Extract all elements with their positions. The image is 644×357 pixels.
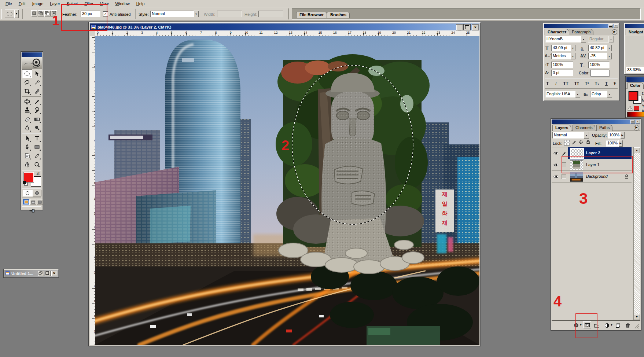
swap-colors-icon[interactable]: ⇄ xyxy=(36,171,40,176)
minimized-title-bar[interactable]: Untitled-1... × xyxy=(4,270,58,277)
ruler-origin-box[interactable] xyxy=(90,30,95,36)
palette-close-button[interactable]: × xyxy=(636,120,640,124)
quick-mask-mode-button[interactable] xyxy=(32,190,41,196)
tab-character[interactable]: Character xyxy=(545,29,569,35)
notes-tool[interactable] xyxy=(22,151,32,160)
palette-close-button[interactable]: × xyxy=(614,24,618,28)
language-select[interactable]: English: USA xyxy=(545,91,578,97)
height-input[interactable] xyxy=(258,11,283,17)
hand-tool[interactable] xyxy=(22,160,32,169)
anti-alias-arrow[interactable]: ▼ xyxy=(607,91,612,97)
selection-mode-add-button[interactable] xyxy=(38,10,44,16)
visibility-toggle[interactable] xyxy=(552,159,560,170)
tab-paths[interactable]: Paths xyxy=(596,125,612,131)
navigator-zoom-value[interactable]: 33.33% xyxy=(626,67,644,73)
tab-navigator[interactable]: Navigat xyxy=(626,29,644,35)
blend-mode-select[interactable]: Normal xyxy=(552,132,587,139)
style-select-arrow[interactable]: ▼ xyxy=(194,11,199,17)
character-palette-title-bar[interactable]: ▬ × xyxy=(544,24,618,28)
menu-layer[interactable]: Layer xyxy=(47,1,63,7)
menu-help[interactable]: Help xyxy=(133,1,148,7)
tab-channels[interactable]: Channels xyxy=(573,125,595,131)
path-selection-tool[interactable] xyxy=(22,134,32,143)
eraser-tool[interactable] xyxy=(22,115,32,124)
scroll-down-button[interactable]: ▼ xyxy=(634,314,640,320)
font-style-select[interactable]: Regular xyxy=(588,36,611,43)
menu-image[interactable]: Image xyxy=(29,1,47,7)
magic-wand-tool[interactable] xyxy=(32,78,42,87)
elliptical-marquee-tool[interactable] xyxy=(22,69,32,78)
fill-slider-arrow[interactable]: ▶ xyxy=(618,140,623,147)
file-browser-tab[interactable]: File Browser xyxy=(296,12,327,18)
font-style-arrow[interactable]: ▼ xyxy=(608,36,614,43)
font-family-arrow[interactable]: ▼ xyxy=(581,36,586,43)
blend-mode-arrow[interactable]: ▼ xyxy=(584,132,589,139)
restore-button[interactable] xyxy=(38,271,44,276)
document-minimize-button[interactable]: ▁ xyxy=(456,24,463,30)
type-tool[interactable] xyxy=(32,134,42,143)
navigator-title-bar[interactable] xyxy=(625,24,644,28)
leading-arrow[interactable]: ▼ xyxy=(607,45,612,51)
subscript-button[interactable]: T₁ xyxy=(595,81,599,86)
lock-position-button[interactable] xyxy=(578,140,584,145)
zoom-tool[interactable] xyxy=(32,160,42,169)
lock-all-button[interactable] xyxy=(585,139,590,144)
palette-minimize-button[interactable]: ▬ xyxy=(608,24,613,28)
all-caps-button[interactable]: TT xyxy=(563,81,568,86)
blur-tool[interactable] xyxy=(22,124,32,132)
type-color-swatch[interactable] xyxy=(590,70,609,76)
baseline-shift-input[interactable]: 0 pt xyxy=(551,70,573,76)
toolbox-title-bar[interactable] xyxy=(22,52,42,57)
fullscreen-mode-button[interactable] xyxy=(37,199,43,205)
document-close-button[interactable]: × xyxy=(472,24,479,30)
kerning-select[interactable]: Metrics xyxy=(551,53,573,59)
horizontal-scale-input[interactable]: 100% xyxy=(588,62,610,68)
bold-button[interactable]: T xyxy=(546,81,549,86)
healing-brush-tool[interactable] xyxy=(22,97,32,106)
visibility-toggle[interactable] xyxy=(552,147,560,159)
font-size-select[interactable]: 43.09 pt xyxy=(551,45,573,51)
shape-tool[interactable] xyxy=(32,143,42,151)
width-input[interactable] xyxy=(217,11,242,17)
kerning-arrow[interactable]: ▼ xyxy=(570,53,575,59)
selection-mode-subtract-button[interactable] xyxy=(44,10,51,16)
menu-edit[interactable]: Edit xyxy=(15,1,29,7)
font-size-arrow[interactable]: ▼ xyxy=(570,45,575,51)
tab-paragraph[interactable]: Paragraph xyxy=(569,29,593,35)
jump-to-imageready-button[interactable] xyxy=(24,207,40,214)
color-ramp[interactable] xyxy=(627,112,644,117)
lock-paint-button[interactable] xyxy=(571,140,577,145)
opacity-slider-arrow[interactable]: ▶ xyxy=(620,132,625,139)
standard-mode-button[interactable] xyxy=(23,190,32,196)
tab-color[interactable]: Color xyxy=(627,82,644,89)
strikethrough-button[interactable]: Ŧ xyxy=(614,81,616,86)
options-bar-grip[interactable] xyxy=(1,9,3,19)
tool-preset-dropdown-arrow[interactable]: ▼ xyxy=(14,10,19,18)
crop-tool[interactable] xyxy=(22,87,32,96)
layers-scrollbar[interactable]: ▲ ▼ xyxy=(633,147,640,320)
palette-menu-button[interactable]: ▶ xyxy=(634,125,639,130)
navigator-preview[interactable] xyxy=(626,36,644,65)
standard-screen-mode-button[interactable] xyxy=(23,199,30,205)
clone-stamp-tool[interactable] xyxy=(22,106,32,115)
fullscreen-menubar-mode-button[interactable] xyxy=(30,199,36,205)
history-brush-tool[interactable] xyxy=(32,106,42,115)
warning-gamut-icon[interactable] xyxy=(627,105,633,111)
canvas-area[interactable]: 제일화재 xyxy=(95,36,479,345)
document-title-bar[interactable]: pla04048.jpg @ 33.3% (Layer 2, CMYK) xyxy=(90,23,479,30)
visibility-toggle[interactable] xyxy=(552,171,560,182)
document-maximize-button[interactable] xyxy=(463,24,471,30)
vertical-scale-input[interactable]: 100% xyxy=(551,62,573,68)
menu-window[interactable]: Window xyxy=(112,1,133,7)
font-family-select[interactable]: HYnamB xyxy=(545,36,584,43)
layer-name[interactable]: Layer 2 xyxy=(586,151,600,155)
palette-minimize-button[interactable]: ▬ xyxy=(630,120,635,124)
move-tool[interactable] xyxy=(32,69,42,78)
style-select[interactable]: Normal xyxy=(150,11,196,17)
layer-name[interactable]: Background xyxy=(586,174,608,178)
brush-tool[interactable] xyxy=(32,97,42,106)
palette-menu-button[interactable]: ▶ xyxy=(612,29,617,35)
default-colors-icon[interactable] xyxy=(23,181,28,187)
new-adjustment-layer-button[interactable] xyxy=(604,322,610,329)
superscript-button[interactable]: T¹ xyxy=(585,81,589,86)
